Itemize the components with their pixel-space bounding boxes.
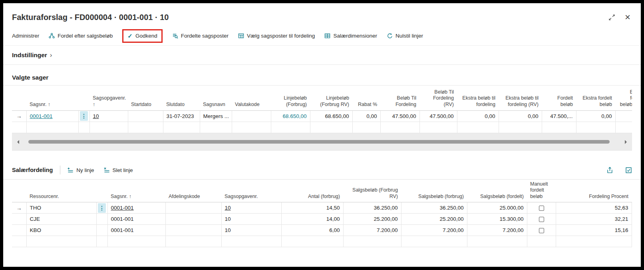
table-cell[interactable]: 7.200,00 <box>401 225 467 236</box>
table-cell[interactable]: CJE <box>26 214 96 225</box>
table-row[interactable] <box>12 236 632 247</box>
table-cell[interactable]: Mergers ... <box>200 110 232 122</box>
table-cell[interactable]: 36.250,00 <box>401 202 467 214</box>
column-header[interactable]: Sagsnr. ↑ <box>26 86 78 110</box>
table-cell[interactable] <box>527 202 556 214</box>
table-cell[interactable] <box>343 236 401 247</box>
table-cell[interactable]: 0,00 <box>457 110 499 122</box>
table-cell[interactable] <box>527 225 556 236</box>
column-header[interactable]: Linjebeløb (Forbrug RV) <box>310 86 352 110</box>
column-header[interactable]: Sagsopgavenr. ↑ <box>89 86 128 110</box>
table-cell[interactable]: 14,00 <box>281 214 343 225</box>
action-fordelte-sagsposter[interactable]: Fordelte sagsposter <box>172 33 229 39</box>
collapse-window-icon[interactable] <box>608 14 615 21</box>
editable-cell-value[interactable]: 0001-001 <box>111 205 134 211</box>
table-cell[interactable] <box>576 122 615 133</box>
table-row[interactable]: CJE0001-0011014,0025.200,0025.200,0015.3… <box>12 214 632 225</box>
table-cell[interactable] <box>128 122 163 133</box>
table-cell[interactable]: 32,21 <box>556 214 632 225</box>
table-cell[interactable] <box>615 122 632 133</box>
column-header[interactable]: Slutdato <box>163 86 200 110</box>
action-godkend[interactable]: ✓ Godkend <box>127 32 157 40</box>
manual-allocation-checkbox[interactable] <box>539 206 544 211</box>
column-header[interactable]: Fordeling Procent <box>556 180 632 202</box>
action-administrer[interactable]: Administrer <box>12 33 39 39</box>
fasttab-indstillinger[interactable]: Indstillinger › <box>3 46 641 65</box>
table-cell[interactable]: ⋮ <box>78 110 89 122</box>
column-header[interactable]: Sagsnavn <box>200 86 232 110</box>
column-header[interactable]: Beløb Til Fordeling (RV) <box>419 86 457 110</box>
close-icon[interactable]: × <box>625 12 630 22</box>
table-cell[interactable] <box>200 122 232 133</box>
editable-cell-value[interactable]: 10 <box>225 205 231 211</box>
table-cell[interactable]: 68.650,00 <box>310 110 352 122</box>
table-row[interactable] <box>12 122 632 133</box>
table-cell[interactable]: 0,00 <box>499 110 542 122</box>
scroll-left-icon[interactable] <box>15 140 19 144</box>
table-cell[interactable] <box>96 225 107 236</box>
assist-edit-button[interactable]: ⋮ <box>98 203 106 213</box>
action-fordel-efter-salgsbelob[interactable]: Fordel efter salgsbeløb <box>49 33 113 39</box>
action-salardimensioner[interactable]: Salærdimensioner <box>324 33 377 39</box>
table-cell[interactable]: 36.250,00 <box>343 202 401 214</box>
table-cell[interactable] <box>26 122 78 133</box>
table-cell[interactable]: 10 <box>221 225 281 236</box>
table-cell[interactable] <box>96 236 107 247</box>
assist-edit-button[interactable]: ⋮ <box>80 111 88 121</box>
table-row[interactable]: KBO0001-001106,007.200,007.200,007.200,0… <box>12 225 632 236</box>
table-cell[interactable]: 0001-001 <box>107 225 165 236</box>
column-header[interactable]: Ekstra beløb til fordeling (RV) <box>499 86 542 110</box>
table-cell[interactable]: 68.650,00 <box>271 110 310 122</box>
table-cell[interactable]: 31-07-2023 <box>163 110 200 122</box>
table-cell[interactable]: 14,50 <box>281 202 343 214</box>
horizontal-scrollbar[interactable] <box>12 133 632 151</box>
amount-drilldown-link[interactable]: 68.650,00 <box>282 113 306 119</box>
table-cell[interactable] <box>457 122 499 133</box>
column-header[interactable]: Ressourcenr. <box>26 180 96 202</box>
table-cell[interactable] <box>78 122 89 133</box>
table-cell[interactable]: 47.500,00 <box>380 110 419 122</box>
table-cell[interactable] <box>163 122 200 133</box>
column-header[interactable]: Salgsbeløb (Forbrug RV) <box>343 180 401 202</box>
table-cell[interactable]: 10 <box>89 110 128 122</box>
column-header[interactable]: Ekstra beløb til fordeling <box>457 86 499 110</box>
column-header[interactable]: Startdato <box>128 86 163 110</box>
table-cell[interactable] <box>281 236 343 247</box>
manual-allocation-checkbox[interactable] <box>539 217 544 222</box>
table-cell[interactable] <box>556 236 632 247</box>
job-link[interactable]: 0001-001 <box>30 113 53 119</box>
column-header[interactable]: Antal (forbrug) <box>281 180 343 202</box>
table-cell[interactable] <box>165 236 221 247</box>
scrollbar-track[interactable] <box>22 140 622 144</box>
table-cell[interactable] <box>542 122 576 133</box>
table-row[interactable]: →THO⋮0001-0011014,5036.250,0036.250,0025… <box>12 202 632 214</box>
column-header[interactable]: Salgsbeløb (forbrug) <box>401 180 467 202</box>
table-cell[interactable] <box>352 122 380 133</box>
table-cell[interactable]: 47.500,... <box>542 110 576 122</box>
table-cell[interactable]: 15,16 <box>556 225 632 236</box>
table-cell[interactable] <box>380 122 419 133</box>
scrollbar-thumb[interactable] <box>28 140 610 144</box>
table-cell[interactable] <box>107 236 165 247</box>
table-cell[interactable]: 0001-001 <box>107 214 165 225</box>
column-header[interactable]: Rabat % <box>352 86 380 110</box>
table-cell[interactable]: 0,00 <box>576 110 615 122</box>
table-cell[interactable]: 25.200,00 <box>401 214 467 225</box>
column-header[interactable]: Sagsnr. ↑ <box>107 180 165 202</box>
action-nulstil-linjer[interactable]: Nulstil linjer <box>387 33 423 39</box>
column-header[interactable]: Valutakode <box>232 86 271 110</box>
table-cell[interactable]: 7.200,00 <box>343 225 401 236</box>
table-cell[interactable] <box>527 236 556 247</box>
table-cell[interactable]: 47.500,00 <box>419 110 457 122</box>
table-cell[interactable]: 25.000,00 <box>467 202 527 214</box>
table-cell[interactable]: 52,63 <box>556 202 632 214</box>
column-header[interactable]: Ekstra fordelt beløb (RV) <box>615 86 632 110</box>
table-cell[interactable]: 7.200,00 <box>467 225 527 236</box>
slet-linje-button[interactable]: Slet linje <box>104 167 133 173</box>
table-cell[interactable] <box>232 110 271 122</box>
table-cell[interactable]: KBO <box>26 225 96 236</box>
table-cell[interactable] <box>221 236 281 247</box>
column-header[interactable]: Salgsbeløb (fordelt) <box>467 180 527 202</box>
ny-linje-button[interactable]: Ny linje <box>68 167 94 173</box>
table-cell[interactable] <box>128 110 163 122</box>
